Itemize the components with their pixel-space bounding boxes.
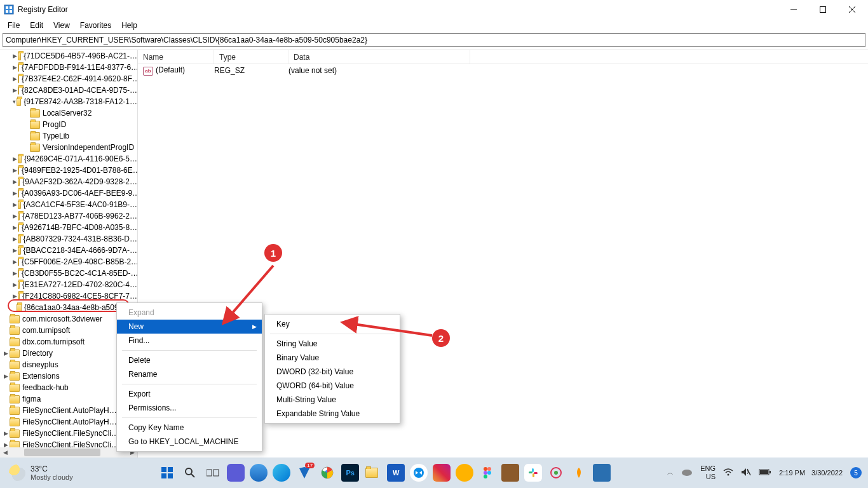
tree-item[interactable]: ▶{7B37E4E2-C62F-4914-9620-8F… <box>0 73 137 85</box>
edge-icon[interactable] <box>273 464 290 482</box>
expand-icon[interactable]: ▶ <box>13 50 17 62</box>
tree-item[interactable]: TypeLib <box>0 130 137 142</box>
expand-icon[interactable]: ▶ <box>13 245 17 256</box>
explorer-icon[interactable] <box>364 464 382 482</box>
tree-item[interactable]: ▶{94269C4E-071A-4116-90E6-5… <box>0 153 137 165</box>
address-bar[interactable]: Computer\HKEY_CURRENT_USER\Software\Clas… <box>3 33 865 47</box>
language-indicator[interactable]: ENGUS <box>700 464 715 481</box>
expand-icon[interactable]: ▶ <box>3 428 9 439</box>
tree-item[interactable]: ▶{71DCE5D6-4B57-496B-AC21-… <box>0 50 137 62</box>
tree-item[interactable]: ▶{9AA2F32D-362A-42D9-9328-2… <box>0 176 137 187</box>
tree-item[interactable]: ▶{F241C880-6982-4CE5-8CF7-7… <box>0 290 137 302</box>
expand-icon[interactable]: ▶ <box>13 279 17 290</box>
tree-item[interactable]: ▶{9489FEB2-1925-4D01-B788-6E… <box>0 165 137 176</box>
taskbar-app-icon[interactable] <box>570 464 588 482</box>
expand-icon[interactable]: ▶ <box>13 268 17 279</box>
taskbar-app-icon[interactable]: 17 <box>295 464 313 482</box>
ctx-new-binary[interactable]: Binary Value <box>265 351 400 365</box>
menu-help[interactable]: Help <box>116 20 142 31</box>
taskbar-app-icon[interactable] <box>593 464 611 482</box>
tree-item[interactable]: ▶{BBACC218-34EA-4666-9D7A-… <box>0 245 137 256</box>
expand-icon[interactable]: ▶ <box>13 187 17 199</box>
tree-item[interactable]: ▶{A926714B-7BFC-4D08-A035-8… <box>0 222 137 233</box>
column-type[interactable]: Type <box>214 50 288 64</box>
tree-item[interactable]: VersionIndependentProgID <box>0 142 137 153</box>
expand-icon[interactable]: ▶ <box>13 176 17 187</box>
scroll-track[interactable] <box>10 447 127 458</box>
tree-item[interactable]: ▶{82CA8DE3-01AD-4CEA-9D75-… <box>0 85 137 96</box>
ctx-find[interactable]: Find... <box>117 334 262 348</box>
expand-icon[interactable]: ▶ <box>13 62 17 73</box>
taskbar-app-icon[interactable] <box>501 464 519 482</box>
ctx-rename[interactable]: Rename <box>117 367 262 381</box>
list-row[interactable]: ab(Default) REG_SZ (value not set) <box>138 64 868 77</box>
photoshop-icon[interactable]: Ps <box>341 464 359 482</box>
taskbar-app-icon[interactable] <box>456 464 473 482</box>
expand-icon[interactable]: ▶ <box>13 73 17 85</box>
clock[interactable]: 2:19 PM 3/30/2022 <box>779 469 843 477</box>
tree-item[interactable]: ▾{917E8742-AA3B-7318-FA12-1… <box>0 96 137 107</box>
taskbar[interactable]: 33°C Mostly cloudy 17 Ps W ︿ ENGUS <box>0 458 868 488</box>
expand-icon[interactable]: ▶ <box>13 256 17 268</box>
tree-item[interactable]: ▶{7AFDFDDB-F914-11E4-8377-6… <box>0 62 137 73</box>
task-view-icon[interactable] <box>204 464 222 482</box>
teamviewer-icon[interactable] <box>410 464 428 482</box>
maximize-button[interactable] <box>808 0 837 19</box>
start-button[interactable] <box>158 464 176 482</box>
chrome-icon[interactable] <box>318 464 336 482</box>
tree-item[interactable]: ▶{A78ED123-AB77-406B-9962-2… <box>0 210 137 222</box>
expand-icon[interactable]: ▶ <box>13 210 17 222</box>
ctx-delete[interactable]: Delete <box>117 353 262 367</box>
column-name[interactable]: Name <box>138 50 214 64</box>
ctx-new-string[interactable]: String Value <box>265 337 400 351</box>
menu-file[interactable]: File <box>3 20 25 31</box>
tree-item[interactable]: ▶{E31EA727-12ED-4702-820C-4… <box>0 279 137 290</box>
ctx-copy-key-name[interactable]: Copy Key Name <box>117 421 262 435</box>
tree-item[interactable]: ▶{AB807329-7324-431B-8B36-D… <box>0 233 137 245</box>
taskbar-weather[interactable]: 33°C Mostly cloudy <box>0 464 102 481</box>
expand-icon[interactable]: ▶ <box>3 370 9 382</box>
menu-view[interactable]: View <box>48 20 75 31</box>
tree-item[interactable]: ProgID <box>0 119 137 130</box>
battery-icon[interactable] <box>759 468 771 478</box>
notification-badge[interactable]: 5 <box>850 467 862 478</box>
taskbar-app-icon[interactable] <box>227 464 245 482</box>
ctx-new-multistring[interactable]: Multi-String Value <box>265 393 400 407</box>
expand-icon[interactable]: ▶ <box>13 222 17 233</box>
ctx-new-dword[interactable]: DWORD (32-bit) Value <box>265 365 400 379</box>
figma-icon[interactable] <box>478 464 496 482</box>
column-data[interactable]: Data <box>288 50 470 64</box>
expand-icon[interactable]: ▶ <box>13 233 17 245</box>
close-button[interactable] <box>837 0 867 19</box>
ctx-export[interactable]: Export <box>117 387 262 401</box>
expand-icon[interactable]: ▶ <box>13 153 17 165</box>
slack-icon[interactable] <box>524 464 542 482</box>
expand-icon[interactable]: ▶ <box>13 199 17 210</box>
tree-item[interactable]: ▶{CB3D0F55-BC2C-4C1A-85ED-… <box>0 268 137 279</box>
word-icon[interactable]: W <box>387 464 405 482</box>
ctx-new[interactable]: New▶ <box>117 320 262 334</box>
ctx-permissions[interactable]: Permissions... <box>117 401 262 415</box>
expand-icon[interactable]: ▶ <box>13 85 17 96</box>
wifi-icon[interactable] <box>723 468 733 478</box>
tree-item[interactable]: ▶{A0396A93-DC06-4AEF-BEE9-9… <box>0 187 137 199</box>
minimize-button[interactable] <box>779 0 808 19</box>
ctx-goto-hklm[interactable]: Go to HKEY_LOCAL_MACHINE <box>117 435 262 449</box>
instagram-icon[interactable] <box>433 464 451 482</box>
volume-icon[interactable] <box>741 468 751 478</box>
scroll-left-icon[interactable]: ◀ <box>0 447 10 458</box>
ctx-new-expandable[interactable]: Expandable String Value <box>265 407 400 421</box>
scroll-thumb[interactable] <box>24 449 100 456</box>
ctx-new-key[interactable]: Key <box>265 317 400 331</box>
tree-item[interactable]: LocalServer32 <box>0 107 137 119</box>
onedrive-icon[interactable] <box>681 468 693 478</box>
menu-favorites[interactable]: Favorites <box>75 20 116 31</box>
search-icon[interactable] <box>181 464 199 482</box>
ctx-new-qword[interactable]: QWORD (64-bit) Value <box>265 379 400 393</box>
collapse-icon[interactable]: ▾ <box>13 96 16 107</box>
expand-icon[interactable]: ▶ <box>13 165 17 176</box>
tree-item[interactable]: ▶{C5FF006E-2AE9-408C-B85B-2… <box>0 256 137 268</box>
tray-overflow-icon[interactable]: ︿ <box>667 468 674 477</box>
tree-item[interactable]: ▶{A3CA1CF4-5F3E-4AC0-91B9-… <box>0 199 137 210</box>
taskbar-app-icon[interactable] <box>547 464 565 482</box>
